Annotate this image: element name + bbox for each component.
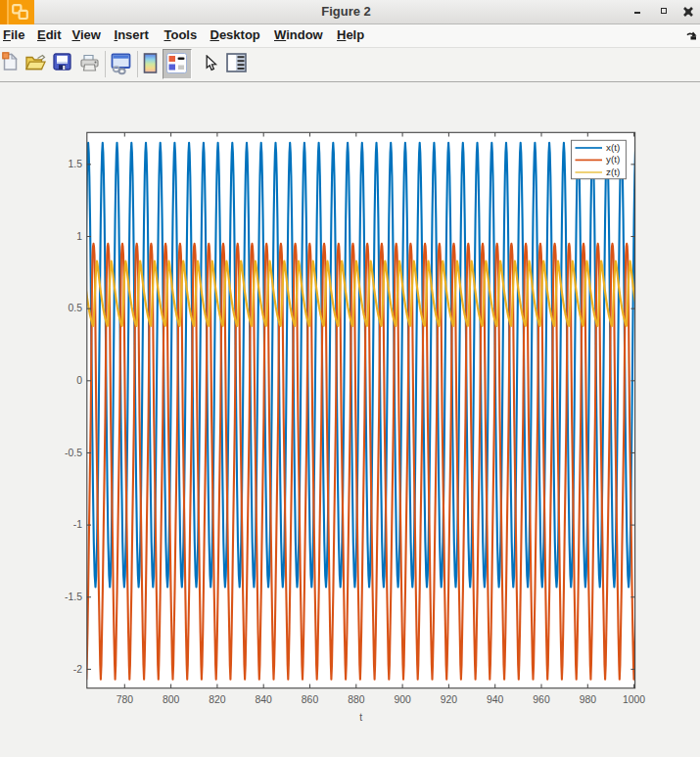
svg-text:840: 840 (256, 694, 273, 705)
svg-text:940: 940 (487, 694, 504, 705)
svg-text:860: 860 (302, 694, 319, 705)
svg-text:x(t): x(t) (606, 142, 620, 153)
svg-text:z(t): z(t) (606, 166, 620, 177)
svg-text:780: 780 (117, 694, 134, 705)
svg-text:1.5: 1.5 (69, 159, 83, 169)
svg-text:900: 900 (394, 694, 411, 705)
svg-text:880: 880 (348, 694, 365, 705)
svg-text:1000: 1000 (623, 694, 645, 705)
svg-text:-2: -2 (73, 664, 82, 675)
svg-text:800: 800 (163, 694, 180, 705)
svg-text:960: 960 (533, 694, 550, 705)
svg-text:980: 980 (580, 694, 597, 705)
svg-text:-0.5: -0.5 (65, 448, 82, 458)
svg-text:1: 1 (76, 231, 82, 242)
svg-text:820: 820 (209, 694, 226, 705)
svg-text:y(t): y(t) (606, 154, 620, 165)
svg-text:0.5: 0.5 (69, 303, 83, 313)
svg-text:0: 0 (76, 375, 82, 386)
svg-text:920: 920 (441, 694, 458, 705)
svg-text:-1.5: -1.5 (65, 591, 82, 602)
svg-text:-1: -1 (73, 519, 82, 530)
svg-text:t: t (359, 712, 362, 723)
